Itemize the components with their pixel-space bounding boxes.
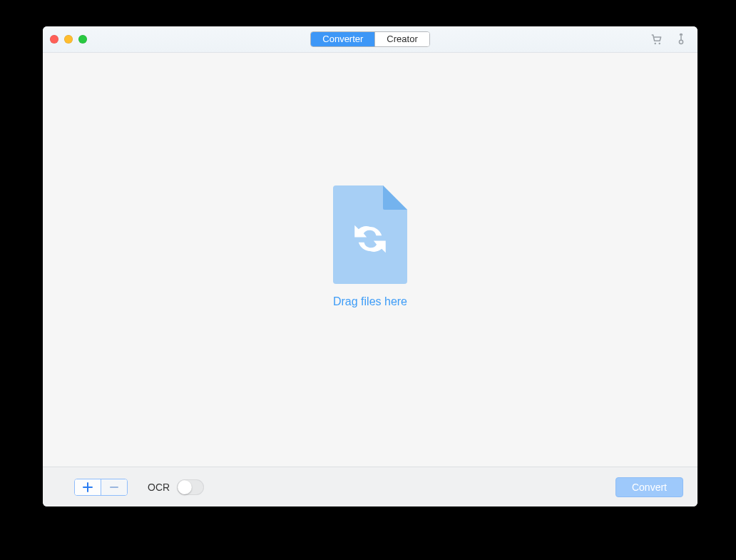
ocr-group: OCR	[148, 479, 204, 495]
file-convert-icon	[333, 185, 407, 284]
svg-point-1	[659, 43, 660, 44]
window-controls	[50, 35, 87, 44]
svg-point-2	[679, 40, 683, 44]
drop-area: Drag files here	[333, 185, 407, 308]
tab-creator[interactable]: Creator	[374, 32, 429, 46]
mode-segmented-control: Converter Creator	[310, 31, 429, 47]
add-file-button[interactable]	[75, 479, 101, 495]
drop-hint-label: Drag files here	[333, 295, 407, 308]
minimize-window-button[interactable]	[64, 35, 73, 44]
ocr-toggle[interactable]	[177, 479, 204, 495]
app-window: Converter Creator	[43, 26, 697, 506]
title-bar: Converter Creator	[43, 26, 697, 53]
convert-button[interactable]: Convert	[615, 477, 683, 497]
footer-bar: OCR Convert	[43, 467, 697, 506]
title-bar-actions	[650, 33, 688, 46]
add-remove-control	[74, 479, 128, 496]
tab-converter[interactable]: Converter	[311, 32, 374, 46]
close-window-button[interactable]	[50, 35, 58, 44]
remove-file-button[interactable]	[101, 479, 127, 495]
svg-point-0	[655, 43, 656, 44]
cart-icon[interactable]	[650, 33, 663, 46]
thermometer-icon[interactable]	[675, 33, 688, 46]
ocr-label: OCR	[148, 482, 170, 493]
zoom-window-button[interactable]	[78, 35, 87, 44]
drop-zone[interactable]: Drag files here	[43, 53, 697, 467]
